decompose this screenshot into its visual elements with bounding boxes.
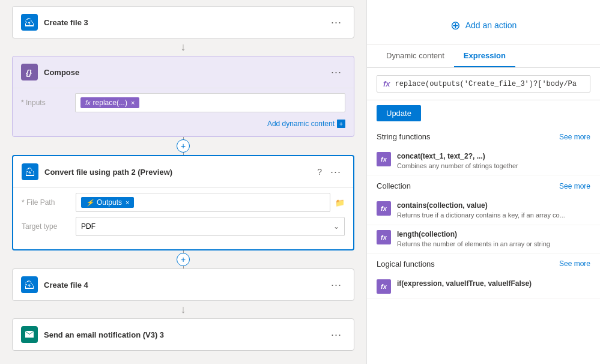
fx-label: fx bbox=[383, 79, 390, 88]
expression-panel: Dynamic content Expression fx replace(ou… bbox=[367, 45, 600, 364]
func-name-concat: concat(text_1, text_2?, ...) bbox=[397, 152, 590, 160]
add-action-button[interactable]: Add an action bbox=[465, 20, 517, 30]
string-functions-header: String functions See more bbox=[367, 126, 600, 147]
outputs-token-text: Outputs bbox=[97, 198, 122, 207]
string-functions-title: String functions bbox=[377, 132, 431, 141]
target-type-label: Target type bbox=[22, 222, 76, 231]
step-menu-compose[interactable]: ··· bbox=[327, 65, 345, 80]
outputs-token: ⚡ Outputs × bbox=[81, 197, 134, 208]
compose-body: * Inputs fx replace(...) × Add dynamic c… bbox=[13, 88, 354, 136]
replace-token-close[interactable]: × bbox=[131, 99, 135, 106]
add-step-button-2[interactable]: + bbox=[177, 253, 190, 266]
add-dynamic-plus: + bbox=[337, 120, 345, 128]
add-dynamic-content[interactable]: Add dynamic content + bbox=[21, 117, 345, 128]
convert-body: * File Path ⚡ Outputs × 📁 Target type PD… bbox=[13, 187, 353, 249]
step-title-convert: Convert file using path 2 (Preview) bbox=[44, 168, 317, 177]
step-title-send-email: Send an email notification (V3) 3 bbox=[44, 330, 327, 339]
func-icon-length: fx bbox=[377, 230, 391, 244]
func-icon-contains: fx bbox=[377, 201, 391, 216]
function-item-contains[interactable]: fx contains(collection, value) Returns t… bbox=[367, 196, 600, 225]
expression-value: replace(outputs('Create_file_3')?['body/… bbox=[395, 80, 584, 88]
compose-inputs-row: * Inputs fx replace(...) × bbox=[21, 93, 345, 112]
step-menu-create-file-3[interactable]: ··· bbox=[327, 15, 345, 30]
func-desc-contains: Returns true if a dictionary contains a … bbox=[397, 211, 590, 219]
function-item-length[interactable]: fx length(collection) Returns the number… bbox=[367, 225, 600, 253]
step-create-file-3: Create file 3 ··· bbox=[12, 6, 354, 38]
func-desc-length: Returns the number of elements in an arr… bbox=[397, 240, 590, 248]
tab-dynamic-content[interactable]: Dynamic content bbox=[377, 45, 454, 67]
function-item-if[interactable]: fx if(expression, valueIfTrue, valueIfFa… bbox=[367, 275, 600, 299]
connector-arrow-1: ↓ bbox=[12, 38, 354, 56]
folder-browse-icon[interactable]: 📁 bbox=[335, 198, 345, 207]
target-type-dropdown[interactable]: PDF ⌄ bbox=[76, 217, 345, 236]
func-desc-concat: Combines any number of strings together bbox=[397, 162, 590, 170]
target-type-value: PDF bbox=[81, 222, 95, 231]
file-path-row: * File Path ⚡ Outputs × 📁 bbox=[22, 193, 345, 212]
step-send-email: Send an email notification (V3) 3 ··· bbox=[12, 318, 354, 351]
connector-plus-1: + bbox=[12, 137, 354, 155]
logical-functions-see-more[interactable]: See more bbox=[559, 259, 590, 268]
step-question-convert[interactable]: ? bbox=[317, 167, 322, 177]
outputs-token-close[interactable]: × bbox=[126, 199, 129, 206]
collection-see-more[interactable]: See more bbox=[559, 182, 590, 190]
add-action-area: ⊕ Add an action bbox=[367, 0, 600, 45]
file-path-field[interactable]: ⚡ Outputs × bbox=[76, 193, 330, 212]
connector-plus-2: + bbox=[12, 250, 354, 268]
tab-expression[interactable]: Expression bbox=[454, 45, 515, 67]
step-icon-compose: {} bbox=[21, 64, 38, 80]
collection-header: Collection See more bbox=[367, 175, 600, 196]
step-menu-convert[interactable]: ··· bbox=[327, 165, 345, 180]
step-title-create-file-3: Create file 3 bbox=[44, 18, 327, 27]
func-name-contains: contains(collection, value) bbox=[397, 201, 590, 210]
flow-canvas: Create file 3 ··· ↓ {} Compose ··· * Inp… bbox=[0, 0, 366, 364]
add-dynamic-label: Add dynamic content bbox=[267, 120, 335, 128]
connector-arrow-2: ↓ bbox=[12, 301, 354, 318]
replace-token: fx replace(...) × bbox=[80, 97, 139, 108]
compose-inputs-label: * Inputs bbox=[21, 99, 75, 107]
function-item-concat[interactable]: fx concat(text_1, text_2?, ...) Combines… bbox=[367, 147, 600, 175]
step-compose: {} Compose ··· * Inputs fx replace(...) … bbox=[12, 56, 354, 137]
expression-input-area: fx replace(outputs('Create_file_3')?['bo… bbox=[367, 68, 600, 100]
step-convert-file: Convert file using path 2 (Preview) ? ··… bbox=[12, 155, 354, 250]
func-name-if: if(expression, valueIfTrue, valueIfFalse… bbox=[397, 279, 590, 288]
panel-tabs: Dynamic content Expression bbox=[367, 45, 600, 68]
right-panel: ⊕ Add an action Dynamic content Expressi… bbox=[366, 0, 600, 364]
step-create-file-4: Create file 4 ··· bbox=[12, 268, 354, 301]
step-icon-convert bbox=[22, 163, 38, 180]
func-icon-if: fx bbox=[377, 279, 391, 294]
replace-token-text: replace(...) bbox=[93, 99, 127, 107]
step-menu-create-file-4[interactable]: ··· bbox=[327, 278, 345, 293]
func-icon-concat: fx bbox=[377, 152, 391, 166]
chevron-down-icon: ⌄ bbox=[333, 222, 339, 231]
func-name-length: length(collection) bbox=[397, 230, 590, 238]
step-title-compose: Compose bbox=[44, 68, 327, 77]
file-path-label: * File Path bbox=[22, 198, 76, 207]
step-menu-send-email[interactable]: ··· bbox=[327, 327, 345, 342]
add-action-icon: ⊕ bbox=[450, 18, 461, 32]
compose-inputs-field[interactable]: fx replace(...) × bbox=[75, 93, 345, 112]
functions-list: String functions See more fx concat(text… bbox=[367, 126, 600, 364]
target-type-row: Target type PDF ⌄ bbox=[22, 217, 345, 236]
logical-functions-header: Logical functions See more bbox=[367, 253, 600, 275]
logical-functions-title: Logical functions bbox=[377, 259, 435, 268]
step-title-create-file-4: Create file 4 bbox=[44, 281, 327, 290]
step-icon-create-file-4 bbox=[21, 276, 38, 293]
step-icon-send-email bbox=[21, 326, 38, 343]
collection-title: Collection bbox=[377, 181, 411, 190]
string-functions-see-more[interactable]: See more bbox=[559, 133, 590, 141]
add-step-button-1[interactable]: + bbox=[177, 139, 190, 153]
expression-input-wrapper[interactable]: fx replace(outputs('Create_file_3')?['bo… bbox=[377, 75, 590, 93]
update-button[interactable]: Update bbox=[377, 105, 421, 121]
svg-text:{}: {} bbox=[26, 68, 32, 77]
step-icon-create-file-3 bbox=[21, 14, 38, 31]
